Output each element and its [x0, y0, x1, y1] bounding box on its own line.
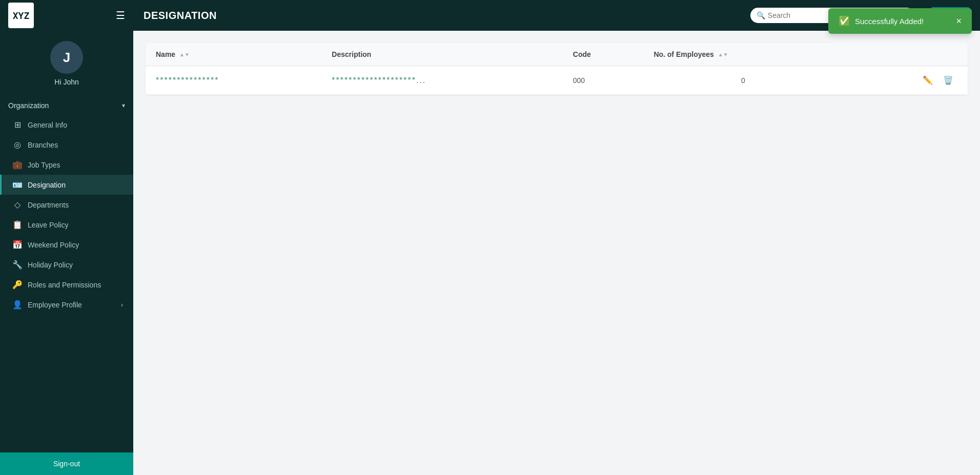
- toast-success-icon: ✅: [839, 15, 850, 27]
- toast-notification: ✅ Successfully Added! ×: [828, 8, 972, 34]
- sidebar-item-label-branches: Branches: [28, 141, 58, 149]
- designation-table: Name ▲▼ Description Code No. of Employee…: [146, 43, 968, 95]
- col-header-employees: No. of Employees ▲▼: [643, 43, 843, 66]
- col-header-code: Code: [563, 43, 644, 66]
- sidebar-item-job-types[interactable]: 💼 Job Types: [0, 155, 133, 175]
- main-content: DESIGNATION 🔍 + Add Name ▲▼ Description: [133, 0, 980, 475]
- sort-icon-name[interactable]: ▲▼: [179, 52, 190, 57]
- page-title: DESIGNATION: [144, 10, 217, 22]
- cell-name: ***************: [146, 66, 321, 95]
- sidebar-item-label-departments: Departments: [28, 201, 69, 209]
- nav-section: Organization ▾ ⊞ General Info ◎ Branches…: [0, 96, 133, 452]
- sidebar-item-employee-profile[interactable]: 👤 Employee Profile ›: [0, 295, 133, 315]
- logo-box: XYZ: [8, 3, 34, 28]
- cell-employees: 0: [643, 66, 843, 95]
- edit-button[interactable]: ✏️: [918, 73, 937, 87]
- sidebar-item-branches[interactable]: ◎ Branches: [0, 135, 133, 155]
- nav-items-container: ⊞ General Info ◎ Branches 💼 Job Types 🪪 …: [0, 115, 133, 315]
- sidebar-item-label-roles-permissions: Roles and Permissions: [28, 281, 101, 289]
- sidebar-header: XYZ ☰: [0, 0, 133, 31]
- avatar: J: [50, 41, 83, 74]
- table-body: *************** ********************... …: [146, 66, 968, 95]
- sort-icon-employees[interactable]: ▲▼: [718, 52, 728, 57]
- sidebar-item-label-designation: Designation: [28, 181, 66, 189]
- sidebar: XYZ ☰ J Hi John Organization ▾ ⊞ General…: [0, 0, 133, 475]
- cell-code: 000: [563, 66, 644, 95]
- greeting-label: Hi John: [54, 78, 78, 86]
- departments-icon: ◇: [12, 200, 23, 210]
- toast-close-button[interactable]: ×: [956, 16, 962, 26]
- cell-actions: ✏️ 🗑️: [843, 66, 968, 95]
- employee-profile-icon: 👤: [12, 300, 23, 309]
- sidebar-item-designation[interactable]: 🪪 Designation: [0, 175, 133, 195]
- roles-permissions-icon: 🔑: [12, 280, 23, 290]
- delete-button[interactable]: 🗑️: [939, 73, 957, 87]
- sidebar-item-departments[interactable]: ◇ Departments: [0, 195, 133, 215]
- sidebar-item-label-holiday-policy: Holiday Policy: [28, 261, 73, 269]
- sidebar-item-general-info[interactable]: ⊞ General Info: [0, 115, 133, 135]
- holiday-policy-icon: 🔧: [12, 260, 23, 270]
- sidebar-item-label-leave-policy: Leave Policy: [28, 221, 68, 229]
- hamburger-icon[interactable]: ☰: [116, 9, 125, 22]
- chevron-right-icon: ›: [121, 301, 123, 308]
- col-header-actions: [843, 43, 968, 66]
- sidebar-item-label-general-info: General Info: [28, 121, 67, 129]
- sidebar-item-label-job-types: Job Types: [28, 161, 60, 169]
- user-section: J Hi John: [0, 31, 133, 96]
- weekend-policy-icon: 📅: [12, 240, 23, 250]
- nav-group-label: Organization: [8, 101, 49, 110]
- table-row: *************** ********************... …: [146, 66, 968, 95]
- designation-icon: 🪪: [12, 180, 23, 190]
- search-icon: 🔍: [757, 11, 765, 19]
- sidebar-item-roles-permissions[interactable]: 🔑 Roles and Permissions: [0, 275, 133, 295]
- content-area: Name ▲▼ Description Code No. of Employee…: [133, 31, 980, 475]
- sign-out-button[interactable]: Sign-out: [0, 452, 133, 475]
- cell-description: ********************...: [321, 66, 562, 95]
- branches-icon: ◎: [12, 140, 23, 150]
- job-types-icon: 💼: [12, 160, 23, 170]
- sidebar-item-holiday-policy[interactable]: 🔧 Holiday Policy: [0, 255, 133, 275]
- leave-policy-icon: 📋: [12, 220, 23, 230]
- col-header-name: Name ▲▼: [146, 43, 321, 66]
- col-header-description: Description: [321, 43, 562, 66]
- sidebar-item-label-employee-profile: Employee Profile: [28, 301, 82, 309]
- logo-text: XYZ: [13, 10, 30, 21]
- toast-message: Successfully Added!: [855, 17, 924, 26]
- sidebar-item-leave-policy[interactable]: 📋 Leave Policy: [0, 215, 133, 235]
- nav-group-organization[interactable]: Organization ▾: [0, 96, 133, 115]
- chevron-down-icon: ▾: [122, 102, 125, 109]
- sidebar-item-weekend-policy[interactable]: 📅 Weekend Policy: [0, 235, 133, 255]
- table-container: Name ▲▼ Description Code No. of Employee…: [146, 43, 968, 95]
- table-header-row: Name ▲▼ Description Code No. of Employee…: [146, 43, 968, 66]
- general-info-icon: ⊞: [12, 120, 23, 130]
- sidebar-item-label-weekend-policy: Weekend Policy: [28, 241, 79, 249]
